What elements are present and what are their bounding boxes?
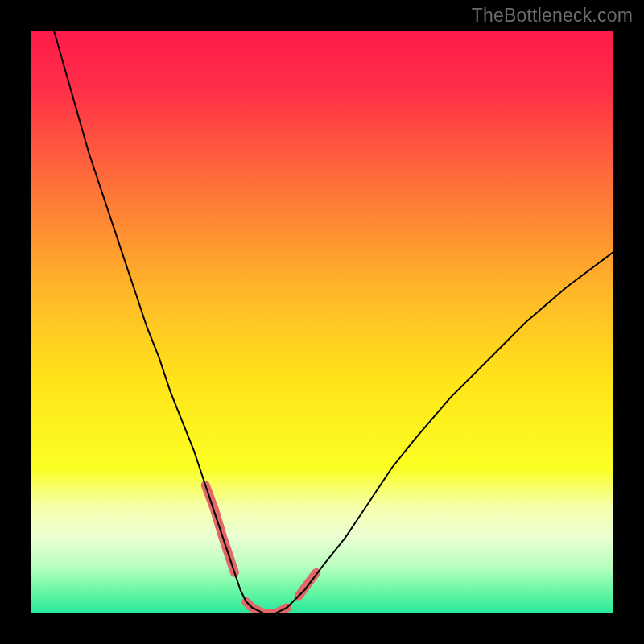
chart-frame: TheBottleneck.com <box>0 0 644 644</box>
chart-svg <box>31 31 613 613</box>
plot-area <box>31 31 613 613</box>
watermark-text: TheBottleneck.com <box>472 5 633 27</box>
